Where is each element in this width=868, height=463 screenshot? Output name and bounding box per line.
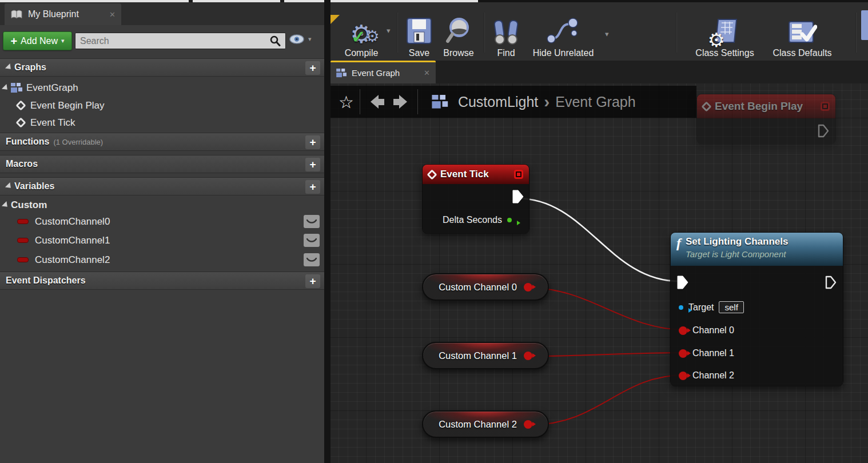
class-defaults-label: Class Defaults (773, 48, 831, 58)
hide-unrelated-button[interactable]: Hide Unrelated (526, 7, 600, 58)
row-event-begin-play[interactable]: Event Begin Play (0, 97, 324, 114)
delta-seconds-pin-row[interactable]: Delta Seconds (443, 215, 512, 225)
chevron-down-icon: ▾ (308, 35, 312, 43)
class-defaults-button[interactable]: Class Defaults (769, 7, 836, 58)
breadcrumb-current[interactable]: Event Graph (555, 94, 635, 110)
expand-arrow-icon[interactable] (2, 201, 10, 209)
blueprint-toolbar: ⚙ ⚙ ✓ Compile ▾ Save (331, 2, 868, 61)
bookmark-star-icon[interactable]: ☆ (339, 92, 354, 112)
chevron-down-icon: ▾ (61, 37, 65, 45)
event-icon (701, 101, 711, 111)
add-function-button[interactable]: + (305, 135, 320, 149)
expand-arrow-icon[interactable] (2, 83, 10, 91)
class-settings-button[interactable]: ⚙ Class Settings (692, 7, 758, 58)
eye-closed-icon (306, 257, 317, 263)
target-value-box[interactable]: self (719, 301, 743, 313)
channel-0-pin-row[interactable]: Channel 0 (679, 325, 734, 336)
section-graphs[interactable]: Graphs + (0, 58, 324, 77)
section-functions[interactable]: Functions (1 Overridable) + (0, 133, 324, 151)
bool-out-pin[interactable] (524, 352, 532, 360)
node-event-tick[interactable]: Event Tick Delta Seconds (422, 164, 529, 234)
add-new-button[interactable]: + Add New ▾ (3, 31, 72, 50)
node-get-custom-channel-1[interactable]: Custom Channel 1 (422, 342, 549, 369)
hide-unrelated-caret[interactable]: ▾ (605, 30, 609, 38)
event-icon (15, 117, 26, 127)
tab-event-graph[interactable]: Event Graph ✕ (331, 61, 436, 83)
expand-arrow-icon[interactable] (5, 182, 13, 190)
find-button[interactable]: Find (489, 7, 523, 58)
add-graph-button[interactable]: + (305, 61, 320, 75)
panel-divider[interactable] (324, 0, 331, 463)
variable-row[interactable]: CustomChannel2 (0, 252, 324, 268)
event-graph-canvas[interactable]: ☆ CustomLight › Event Graph Event Begin … (331, 83, 868, 463)
gear-icon: ⚙ (365, 27, 380, 46)
object-pin[interactable] (679, 305, 683, 310)
add-dispatcher-button[interactable]: + (305, 274, 320, 288)
event-dispatchers-header: Event Dispatchers (6, 276, 86, 286)
breadcrumb-root[interactable]: CustomLight (458, 94, 538, 110)
add-macro-button[interactable]: + (305, 158, 320, 171)
add-variable-button[interactable]: + (305, 180, 320, 194)
compile-options-caret[interactable]: ▾ (387, 26, 391, 35)
exec-out-pin[interactable] (825, 275, 837, 290)
target-pin-row[interactable]: Target self (679, 301, 744, 313)
divider (417, 89, 418, 114)
section-event-dispatchers[interactable]: Event Dispatchers + (0, 272, 324, 290)
bool-pin[interactable] (679, 349, 687, 358)
forward-button[interactable] (393, 95, 407, 109)
expand-arrow-icon[interactable] (5, 63, 13, 71)
channel-1-pin-row[interactable]: Channel 1 (679, 348, 734, 358)
variable-visibility-toggle[interactable] (304, 215, 320, 228)
node-title: Custom Channel 1 (439, 350, 517, 361)
node-event-begin-play[interactable]: Event Begin Play (696, 94, 836, 144)
bool-pin-icon (17, 219, 29, 224)
variable-category-custom[interactable]: Custom (0, 197, 324, 213)
compile-button[interactable]: ⚙ ⚙ ✓ Compile (339, 7, 384, 58)
tab-my-blueprint[interactable]: My Blueprint ✕ (5, 3, 121, 25)
graph-tab-strip: Event Graph ✕ (331, 61, 868, 83)
variable-row[interactable]: CustomChannel1 (0, 232, 324, 249)
view-options-button[interactable]: ▾ (289, 34, 312, 45)
event-icon (427, 169, 437, 179)
row-event-tick[interactable]: Event Tick (0, 114, 324, 131)
class-defaults-icon (787, 18, 817, 46)
exec-out-pin[interactable] (817, 123, 830, 138)
partial-toolbar-icon[interactable] (861, 10, 868, 40)
event-icon (15, 100, 26, 110)
bool-pin[interactable] (679, 326, 687, 335)
bool-pin[interactable] (679, 372, 687, 380)
browse-button[interactable]: Browse (437, 7, 480, 58)
graph-header-bar: ☆ CustomLight › Event Graph (331, 86, 696, 118)
variable-visibility-toggle[interactable] (304, 253, 320, 266)
variable-label: CustomChannel1 (35, 235, 110, 246)
exec-in-pin[interactable] (676, 275, 689, 290)
close-icon[interactable]: ✕ (109, 10, 116, 19)
functions-note: (1 Overridable) (53, 138, 103, 146)
section-variables[interactable]: Variables + (0, 177, 324, 195)
save-button[interactable]: Save (402, 7, 436, 58)
close-icon[interactable]: ✕ (424, 69, 430, 77)
channel-2-pin-row[interactable]: Channel 2 (679, 370, 734, 381)
toolbar-separator (484, 13, 485, 53)
node-get-custom-channel-2[interactable]: Custom Channel 2 (422, 410, 549, 438)
find-label: Find (497, 48, 515, 58)
node-set-lighting-channels[interactable]: f Set Lighting Channels Target is Light … (670, 232, 843, 386)
variable-row[interactable]: CustomChannel0 (0, 213, 324, 230)
back-button[interactable] (371, 95, 384, 109)
exec-wire (517, 198, 679, 281)
exec-out-pin[interactable] (512, 189, 524, 204)
event-begin-play-label: Event Begin Play (30, 100, 104, 111)
browse-label: Browse (443, 48, 473, 58)
node-get-custom-channel-0[interactable]: Custom Channel 0 (422, 273, 549, 301)
row-eventgraph[interactable]: EventGraph (0, 79, 324, 96)
bool-out-pin[interactable] (524, 283, 532, 292)
node-title: Event Begin Play (715, 100, 803, 113)
search-input[interactable]: Search (75, 33, 286, 49)
float-pin[interactable] (507, 218, 512, 222)
bool-out-pin[interactable] (524, 420, 532, 429)
section-macros[interactable]: Macros + (0, 155, 324, 173)
bool-wire-1 (532, 353, 685, 356)
variable-visibility-toggle[interactable] (304, 234, 320, 247)
variables-header: Variables (14, 181, 54, 191)
binoculars-icon (492, 17, 520, 46)
